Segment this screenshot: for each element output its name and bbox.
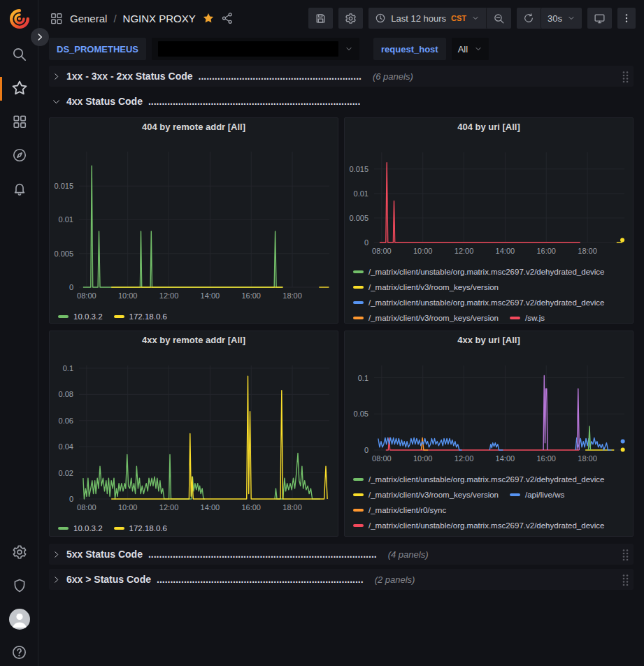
legend-swatch	[353, 270, 364, 273]
configuration-gear-icon[interactable]	[0, 544, 38, 560]
row-panel-count: (2 panels)	[375, 574, 415, 585]
legend-label: /_matrix/client/v3/room_keys/version	[368, 312, 499, 324]
refresh-interval-dropdown[interactable]: 30s	[541, 8, 582, 29]
chevron-right-icon	[52, 72, 61, 81]
legend-label: /_matrix/client/v3/room_keys/version	[368, 282, 499, 293]
legend-label: /_matrix/client/unstable/org.matrix.msc2…	[368, 520, 605, 531]
refresh-button[interactable]	[517, 8, 541, 29]
expand-sidebar-button[interactable]	[31, 28, 49, 46]
legend-item[interactable]: /_matrix/client/unstable/org.matrix.msc2…	[353, 520, 605, 531]
svg-text:18:00: 18:00	[578, 247, 597, 255]
help-icon[interactable]	[0, 644, 38, 660]
favorite-star-icon[interactable]	[202, 12, 215, 24]
legend-item[interactable]: /_matrix/client/unstable/org.matrix.msc2…	[353, 474, 605, 485]
panel-title[interactable]: 4xx by remote addr [All]	[50, 331, 338, 348]
chart-canvas: 08:0010:0012:0014:0016:0018:0000.020.040…	[50, 348, 336, 516]
legend-item[interactable]: /_matrix/client/v3/room_keys/version	[353, 312, 499, 324]
row-5xx[interactable]: 5xx Status Code ........................…	[49, 544, 634, 565]
legend-item[interactable]: /_matrix/client/v3/room_keys/version	[353, 489, 499, 500]
legend-item[interactable]: /sw.js	[510, 312, 545, 324]
alerting-bell-icon[interactable]	[0, 181, 38, 196]
grafana-logo-icon[interactable]	[0, 9, 38, 29]
row-title[interactable]: 6xx > Status Code	[66, 574, 151, 585]
row-drag-handle[interactable]	[622, 71, 629, 82]
row-title[interactable]: 4xx Status Code	[66, 96, 143, 107]
time-range-picker[interactable]: Last 12 hours CST	[368, 8, 486, 29]
row-leader-dots: ........................................…	[148, 96, 360, 107]
row-drag-handle[interactable]	[622, 549, 629, 560]
legend-label: /_matrix/client/unstable/org.matrix.msc2…	[368, 297, 605, 308]
row-title[interactable]: 5xx Status Code	[66, 549, 143, 560]
variable-label-ds-prometheus: DS_PROMETHEUS	[49, 38, 146, 60]
panel-title[interactable]: 404 by uri [All]	[345, 118, 633, 135]
apps-grid-icon[interactable]	[50, 12, 63, 25]
sidebar	[0, 0, 38, 666]
svg-text:0.02: 0.02	[59, 469, 73, 477]
search-icon[interactable]	[0, 46, 38, 62]
tv-kiosk-button[interactable]	[587, 8, 612, 29]
legend-label: 172.18.0.6	[129, 311, 167, 322]
row-4xx[interactable]: 4xx Status Code ........................…	[49, 91, 634, 112]
panel-title[interactable]: 404 by remote addr [All]	[50, 118, 338, 135]
legend-item[interactable]: /_matrix/client/unstable/org.matrix.msc2…	[353, 297, 605, 308]
row-title[interactable]: 1xx - 3xx - 2xx Status Code	[66, 71, 193, 82]
row-drag-handle[interactable]	[622, 574, 629, 586]
panel-legend: 10.0.3.2172.18.0.6	[58, 311, 331, 322]
svg-text:0.005: 0.005	[349, 214, 368, 222]
save-dashboard-button[interactable]	[308, 8, 333, 29]
timezone-label: CST	[451, 14, 466, 22]
chart-canvas: 08:0010:0012:0014:0016:0018:0000.050.1	[345, 348, 631, 467]
legend-item[interactable]: 10.0.3.2	[58, 523, 103, 534]
chevron-down-icon	[52, 97, 61, 106]
chart-canvas: 08:0010:0012:0014:0016:0018:0000.0050.01…	[345, 135, 631, 259]
svg-text:14:00: 14:00	[201, 291, 220, 300]
row-panel-count: (6 panels)	[373, 71, 413, 82]
svg-text:0.06: 0.06	[59, 417, 73, 425]
legend-item[interactable]: 172.18.0.6	[114, 523, 167, 534]
kebab-menu-button[interactable]	[617, 8, 636, 29]
legend-swatch	[58, 315, 69, 318]
user-avatar[interactable]	[0, 609, 38, 630]
svg-text:12:00: 12:00	[159, 503, 179, 512]
legend-swatch	[510, 317, 520, 319]
zoom-out-button[interactable]	[486, 8, 511, 29]
row-leader-dots: ........................................…	[199, 71, 362, 82]
legend-swatch	[353, 286, 364, 289]
svg-text:0.015: 0.015	[349, 165, 368, 173]
row-1xx-3xx-2xx[interactable]: 1xx - 3xx - 2xx Status Code ............…	[49, 66, 634, 87]
legend-swatch	[353, 317, 364, 319]
legend-item[interactable]: /_matrix/client/v3/room_keys/version	[353, 282, 499, 293]
panel-3: 4xx by uri [All]08:0010:0012:0014:0016:0…	[344, 331, 634, 537]
time-range-label: Last 12 hours	[391, 13, 446, 24]
legend-item[interactable]: /api/live/ws	[510, 489, 564, 500]
dashboard-settings-button[interactable]	[338, 8, 363, 29]
dashboards-icon[interactable]	[0, 114, 38, 129]
svg-text:18:00: 18:00	[578, 454, 597, 463]
panel-legend: /_matrix/client/unstable/org.matrix.msc2…	[353, 266, 626, 324]
starred-dashboards-icon[interactable]	[0, 80, 38, 96]
server-admin-shield-icon[interactable]	[0, 578, 38, 593]
legend-label: 10.0.3.2	[73, 523, 103, 534]
legend-swatch	[353, 493, 364, 496]
row-6xx[interactable]: 6xx > Status Code ......................…	[49, 569, 634, 590]
legend-label: /_matrix/client/unstable/org.matrix.msc2…	[368, 266, 605, 277]
explore-compass-icon[interactable]	[0, 147, 38, 163]
svg-text:08:00: 08:00	[77, 291, 96, 300]
legend-item[interactable]: /_matrix/client/unstable/org.matrix.msc2…	[353, 266, 605, 277]
top-navbar: General / NGINX PROXY Last 12 hours CST	[38, 0, 644, 36]
legend-label: /sw.js	[525, 312, 545, 324]
variable-value-ds-prometheus[interactable]	[152, 38, 359, 60]
legend-item[interactable]: 172.18.0.6	[114, 311, 167, 322]
svg-text:10:00: 10:00	[118, 503, 138, 512]
breadcrumb-section[interactable]: General	[70, 13, 107, 24]
panel-title[interactable]: 4xx by uri [All]	[345, 331, 633, 348]
share-icon[interactable]	[221, 12, 234, 24]
variable-value-request-host[interactable]: All	[452, 38, 489, 60]
legend-item[interactable]: /_matrix/client/r0/sync	[353, 505, 446, 516]
dashboard-title[interactable]: NGINX PROXY	[123, 13, 196, 24]
legend-swatch	[353, 509, 364, 512]
dashboard-content: 1xx - 3xx - 2xx Status Code ............…	[38, 61, 644, 590]
legend-item[interactable]: 10.0.3.2	[58, 311, 103, 322]
row-panel-count: (4 panels)	[388, 549, 429, 560]
panel-1: 404 by uri [All]08:0010:0012:0014:0016:0…	[344, 117, 634, 324]
